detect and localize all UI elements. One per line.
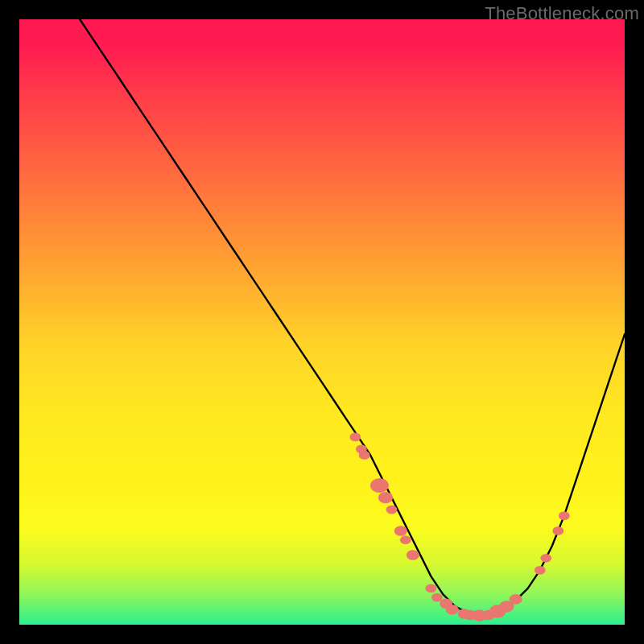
highlighted-point (425, 584, 436, 592)
highlighted-point (349, 432, 361, 441)
highlighted-point (559, 511, 570, 520)
highlighted-point (386, 506, 398, 514)
highlighted-point (359, 451, 370, 460)
highlighted-point (370, 478, 389, 493)
chart-overlay (19, 19, 625, 625)
highlighted-point (552, 526, 564, 535)
chart-frame (19, 19, 625, 625)
highlighted-point (394, 526, 407, 536)
highlighted-point (446, 605, 459, 615)
plot-area (19, 19, 625, 625)
highlighted-point (540, 554, 551, 563)
highlighted-point (510, 594, 522, 605)
highlighted-point (400, 535, 411, 544)
highlighted-points-group (349, 432, 569, 621)
highlighted-point (535, 566, 546, 575)
curve-line (80, 19, 625, 616)
highlighted-point (407, 550, 419, 560)
highlighted-point (378, 492, 393, 503)
watermark-text: TheBottleneck.com (485, 3, 639, 24)
